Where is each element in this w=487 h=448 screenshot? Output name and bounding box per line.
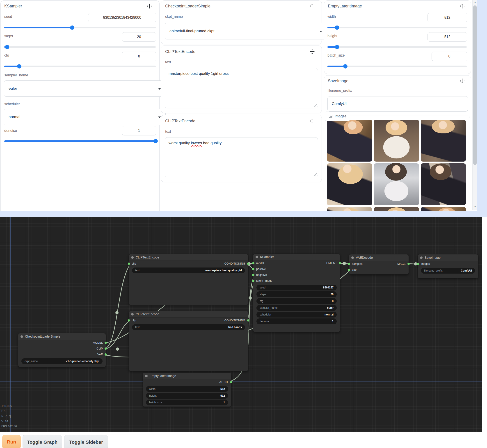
move-icon[interactable] xyxy=(309,49,315,54)
text-label: text xyxy=(165,130,171,134)
output-port-clip[interactable]: CLIP xyxy=(96,347,103,350)
node-title: EmptyLatentImage xyxy=(150,374,176,378)
output-port-vae[interactable]: VAE xyxy=(97,353,103,356)
denoise-input[interactable]: 1 xyxy=(122,126,156,136)
move-icon[interactable] xyxy=(309,3,315,9)
width-input[interactable]: 512 xyxy=(428,13,467,22)
toggle-graph-button[interactable]: Toggle Graph xyxy=(23,435,62,448)
seed-input[interactable]: 8301352301843429000 xyxy=(88,13,156,22)
steps-input[interactable]: 20 xyxy=(122,32,156,42)
move-icon[interactable] xyxy=(460,78,465,84)
input-port-clip[interactable]: clip xyxy=(132,262,136,265)
generated-image-3[interactable] xyxy=(421,120,466,162)
run-button[interactable]: Run xyxy=(2,435,21,448)
scrollbar-thumb[interactable] xyxy=(473,5,477,165)
node-status-dot xyxy=(255,256,258,258)
port-dot xyxy=(230,381,232,383)
batch-size-label: batch_size xyxy=(327,53,345,57)
vertical-scrollbar[interactable]: ▲ ▼ xyxy=(472,0,478,210)
input-port-positive[interactable]: positive xyxy=(256,267,266,271)
cfg-slider[interactable] xyxy=(4,64,156,68)
width-slider[interactable] xyxy=(327,25,467,30)
graph-node-clip-negative[interactable]: CLIPTextEncode clip CONDITIONING textbad… xyxy=(129,311,248,371)
graph-node-clip-positive[interactable]: CLIPTextEncode clip CONDITIONING textmas… xyxy=(129,254,248,305)
output-port-conditioning[interactable]: CONDITIONING xyxy=(224,262,245,265)
stat-iterations: I: 0 xyxy=(1,409,17,414)
output-port-model[interactable]: MODEL xyxy=(93,341,103,344)
sampler-name-select[interactable]: euler xyxy=(4,80,166,97)
output-port-image[interactable]: IMAGE xyxy=(397,262,406,265)
input-port-samples[interactable]: samples xyxy=(352,262,363,265)
stat-fps: FPS:142.86 xyxy=(1,424,17,429)
generated-image-1[interactable] xyxy=(327,120,372,162)
generated-image-7[interactable] xyxy=(327,207,372,211)
ckpt-name-widget[interactable]: ckpt_namev1-5-pruned-emaonly.ckpt xyxy=(21,358,103,364)
height-slider[interactable] xyxy=(327,45,467,49)
text-widget[interactable]: textmasterpiece best quality girl xyxy=(132,267,245,273)
output-port-latent[interactable]: LATENT xyxy=(326,262,337,265)
node-graph-canvas[interactable]: CLIPTextEncode clip CONDITIONING textmas… xyxy=(0,217,482,432)
denoise-label: denoise xyxy=(4,129,17,133)
chevron-down-icon xyxy=(158,117,161,118)
cfg-input[interactable]: 8 xyxy=(122,52,156,61)
resize-grip[interactable] xyxy=(314,173,317,176)
move-icon[interactable] xyxy=(147,3,152,9)
generated-image-6[interactable] xyxy=(421,163,466,205)
port-dot xyxy=(348,269,350,271)
ckpt-name-select[interactable]: animefull-final-pruned.ckpt xyxy=(165,23,327,40)
text-widget[interactable]: textbad hands xyxy=(132,324,245,330)
graph-node-ksampler[interactable]: KSampler model LATENT positive negative … xyxy=(253,254,340,332)
height-label: height xyxy=(327,34,337,38)
input-port-model[interactable]: model xyxy=(256,262,264,265)
input-port-latent-image[interactable]: latent_image xyxy=(256,279,272,282)
scheduler-select[interactable]: normal xyxy=(4,109,166,125)
input-port-clip[interactable]: clip xyxy=(132,319,136,322)
move-icon[interactable] xyxy=(309,118,315,124)
steps-slider[interactable] xyxy=(4,45,156,49)
misspelled-word: lowres xyxy=(191,141,202,145)
seed-widget[interactable]: seed8566257 xyxy=(256,285,337,290)
positive-prompt-textarea[interactable]: masterpiece best quality 1girl dress xyxy=(165,68,318,108)
generated-image-2[interactable] xyxy=(374,120,419,162)
steps-widget[interactable]: steps20 xyxy=(256,291,337,297)
batch-size-widget[interactable]: batch_size1 xyxy=(146,400,228,405)
generated-image-9[interactable] xyxy=(421,207,466,211)
seed-slider[interactable] xyxy=(4,25,156,30)
generated-image-4[interactable] xyxy=(327,163,372,205)
output-port-conditioning[interactable]: CONDITIONING xyxy=(224,319,245,322)
scroll-down-icon[interactable]: ▼ xyxy=(473,205,478,208)
graph-node-saveimage[interactable]: SaveImage images filename_prefixComfyUI xyxy=(418,254,479,278)
denoise-widget[interactable]: denoise1 xyxy=(256,318,337,324)
resize-grip[interactable] xyxy=(314,104,317,107)
sampler-name-widget[interactable]: sampler_nameeuler xyxy=(256,305,337,311)
height-input[interactable]: 512 xyxy=(428,32,467,42)
chevron-down-icon xyxy=(319,31,322,32)
batch-size-input[interactable]: 8 xyxy=(431,52,467,61)
output-port-latent[interactable]: LATENT xyxy=(218,381,229,384)
section-divider xyxy=(0,211,487,217)
graph-node-vaedecode[interactable]: VAEDecode samples IMAGE vae xyxy=(349,254,409,274)
generated-image-5[interactable] xyxy=(374,163,419,205)
negative-prompt-textarea[interactable]: worst quality lowres bad quality xyxy=(165,137,318,177)
scroll-up-icon[interactable]: ▲ xyxy=(473,1,478,4)
input-port-images[interactable]: images xyxy=(421,262,430,265)
toggle-sidebar-button[interactable]: Toggle Sidebar xyxy=(64,435,108,448)
cfg-widget[interactable]: cfg8 xyxy=(256,298,337,304)
checkpoint-panel-title: CheckpointLoaderSimple xyxy=(165,4,210,8)
link-clip-positive xyxy=(104,264,130,349)
batch-size-slider[interactable] xyxy=(327,64,467,68)
input-port-negative[interactable]: negative xyxy=(256,273,267,277)
scheduler-widget[interactable]: schedulernormal xyxy=(256,312,337,318)
move-icon[interactable] xyxy=(460,3,465,9)
width-widget[interactable]: width512 xyxy=(146,386,228,392)
node-title: CLIPTextEncode xyxy=(136,312,159,316)
image-icon xyxy=(328,114,333,118)
denoise-slider[interactable] xyxy=(4,139,156,143)
graph-node-emptylatent[interactable]: EmptyLatentImage LATENT width512 height5… xyxy=(143,373,232,407)
height-widget[interactable]: height512 xyxy=(146,393,228,399)
graph-node-checkpoint[interactable]: CheckpointLoaderSimple MODEL CLIP VAE ck… xyxy=(18,333,106,367)
filename-prefix-widget[interactable]: filename_prefixComfyUI xyxy=(421,268,475,274)
filename-prefix-input[interactable]: ComfyUI xyxy=(327,96,468,112)
generated-image-8[interactable] xyxy=(374,207,419,211)
input-port-vae[interactable]: vae xyxy=(352,268,357,271)
